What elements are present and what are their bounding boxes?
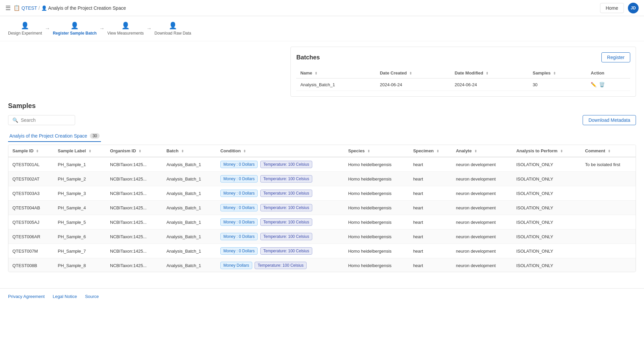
breadcrumb: 📋 QTEST / 👤 Analyis of the Project Creat… (13, 5, 126, 11)
sample-label: PH_Sample_7 (54, 244, 106, 258)
condition-money-tag: Money : 0 Dollars (220, 233, 258, 240)
sort-date-created-icon[interactable]: ⇕ (409, 71, 412, 75)
analyte: neuron development (452, 157, 512, 172)
condition: Money : 0 Dollars Temperature: 100 Celsi… (216, 215, 344, 230)
project-name[interactable]: QTEST (21, 5, 37, 11)
privacy-agreement-link[interactable]: Privacy Agreement (8, 294, 45, 299)
breadcrumb-separator: / (39, 5, 40, 11)
register-step-icon: 👤 (70, 21, 79, 30)
batches-header: Batches Register (296, 52, 630, 62)
batch-date-created: 2024-06-24 (376, 79, 450, 91)
samples-table: Sample ID ⇕ Sample Label ⇕ Organism ID ⇕… (8, 145, 636, 272)
sample-label: PH_Sample_8 (54, 258, 106, 272)
condition: Money : 0 Dollars Temperature: 100 Celsi… (216, 186, 344, 201)
step-register[interactable]: 👤 Register Sample Batch (53, 21, 97, 36)
condition-temp-tag: Temperature: 100 Celsius (260, 190, 312, 197)
top-navigation: ☰ 📋 QTEST / 👤 Analyis of the Project Cre… (0, 0, 644, 16)
sort-condition-icon[interactable]: ⇕ (243, 149, 246, 153)
species: Homo heidelbergensis (344, 258, 409, 272)
samples-title: Samples (8, 102, 636, 110)
condition-temp-tag: Temperature: 100 Celsius (260, 161, 312, 168)
sort-sample-id-icon[interactable]: ⇕ (36, 149, 39, 153)
sort-specimen-icon[interactable]: ⇕ (436, 149, 439, 153)
step-view[interactable]: 👤 View Measurements (107, 21, 144, 36)
edit-batch-button[interactable]: ✏️ (591, 82, 596, 87)
batch-ref: Analysis_Batch_1 (162, 258, 216, 272)
sort-batch-icon[interactable]: ⇕ (181, 149, 184, 153)
sort-comment-icon[interactable]: ⇕ (608, 149, 610, 153)
home-button[interactable]: Home (600, 3, 624, 13)
sample-label: PH_Sample_2 (54, 172, 106, 186)
condition-money-tag: Money : 0 Dollars (220, 204, 258, 211)
col-analyte: Analyte ⇕ (452, 145, 512, 157)
sort-species-icon[interactable]: ⇕ (367, 149, 370, 153)
analyte: neuron development (452, 215, 512, 230)
col-specimen: Specimen ⇕ (409, 145, 452, 157)
sort-analyte-icon[interactable]: ⇕ (474, 149, 477, 153)
sort-date-modified-icon[interactable]: ⇕ (486, 71, 488, 75)
tab-project[interactable]: Analyis of the Project Creation Space 30 (8, 131, 101, 142)
analysis: ISOLATION_ONLY (512, 157, 581, 172)
batch-ref: Analysis_Batch_1 (162, 230, 216, 244)
col-organism-id: Organism ID ⇕ (106, 145, 162, 157)
sort-samples-icon[interactable]: ⇕ (553, 71, 556, 75)
legal-notice-link[interactable]: Legal Notice (53, 294, 77, 299)
source-link[interactable]: Source (85, 294, 99, 299)
sort-analysis-icon[interactable]: ⇕ (560, 149, 563, 153)
sample-label: PH_Sample_1 (54, 157, 106, 172)
sort-organism-id-icon[interactable]: ⇕ (139, 149, 141, 153)
sample-id: QTEST002AT (8, 172, 54, 186)
footer: Privacy Agreement Legal Notice Source (0, 288, 644, 304)
analyte: neuron development (452, 244, 512, 258)
comment (581, 258, 636, 272)
download-step-icon: 👤 (169, 21, 177, 30)
workflow-steps: 👤 Design Experiment → 👤 Register Sample … (0, 16, 644, 41)
step-download[interactable]: 👤 Download Raw Data (155, 21, 191, 36)
sort-sample-label-icon[interactable]: ⇕ (89, 149, 91, 153)
organism-id: NCBITaxon:1425... (106, 244, 162, 258)
download-metadata-button[interactable]: Download Metadata (583, 115, 636, 125)
arrow-2: → (99, 26, 105, 32)
analysis: ISOLATION_ONLY (512, 258, 581, 272)
analyte: neuron development (452, 172, 512, 186)
batches-col-action: Action (587, 68, 630, 79)
species: Homo heidelbergensis (344, 201, 409, 215)
organism-id: NCBITaxon:1425... (106, 258, 162, 272)
delete-batch-button[interactable]: 🗑️ (599, 82, 605, 87)
condition-money-tag: Money : 0 Dollars (220, 247, 258, 255)
comment (581, 215, 636, 230)
condition-temp-tag: Temperature: 100 Celsius (260, 233, 312, 240)
analysis: ISOLATION_ONLY (512, 244, 581, 258)
sample-id: QTEST003A3 (8, 186, 54, 201)
main-content: Batches Register Name ⇕ Date Created ⇕ D… (0, 41, 644, 277)
species: Homo heidelbergensis (344, 172, 409, 186)
step-design[interactable]: 👤 Design Experiment (8, 21, 42, 36)
tab-bar: Analyis of the Project Creation Space 30 (8, 131, 636, 142)
specimen: heart (409, 215, 452, 230)
condition: Money : 0 Dollars Temperature: 100 Celsi… (216, 157, 344, 172)
batch-name: Analysis_Batch_1 (296, 79, 376, 91)
sample-id: QTEST007M (8, 244, 54, 258)
condition: Money : 0 Dollars Temperature: 100 Celsi… (216, 201, 344, 215)
view-step-label: View Measurements (107, 31, 144, 36)
hamburger-menu-icon[interactable]: ☰ (5, 4, 11, 12)
col-comment: Comment ⇕ (581, 145, 636, 157)
register-step-label: Register Sample Batch (53, 31, 97, 36)
condition: Money Dollars Temperature: 100 Celsius (216, 258, 344, 272)
sample-label: PH_Sample_5 (54, 215, 106, 230)
batch-ref: Analysis_Batch_1 (162, 186, 216, 201)
condition-temp-tag: Temperature: 100 Celsius (260, 218, 312, 226)
sort-name-icon[interactable]: ⇕ (315, 71, 317, 75)
tab-count: 30 (90, 133, 100, 139)
sample-id: QTEST006AR (8, 230, 54, 244)
sample-id: QTEST005AJ (8, 215, 54, 230)
specimen: heart (409, 258, 452, 272)
comment: To be isolated first (581, 157, 636, 172)
search-input[interactable] (21, 117, 71, 123)
register-button[interactable]: Register (601, 52, 630, 62)
sample-label: PH_Sample_6 (54, 230, 106, 244)
condition-money-tag: Money : 0 Dollars (220, 218, 258, 226)
comment (581, 230, 636, 244)
project-icon: 📋 (13, 5, 20, 11)
arrow-1: → (45, 26, 50, 32)
